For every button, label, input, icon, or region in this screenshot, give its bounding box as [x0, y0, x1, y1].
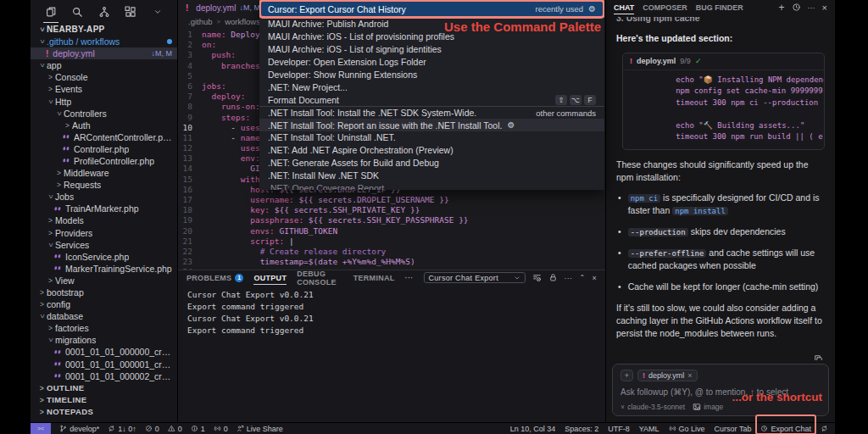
chat-tab-bug-finder[interactable]: BUG FINDER	[696, 0, 743, 14]
tree-item-http[interactable]: >Http	[31, 95, 177, 107]
palette-item[interactable]: .NET: Install New .NET SDK	[259, 170, 604, 182]
tree-item-providers[interactable]: >Providers	[31, 227, 177, 239]
palette-item[interactable]: .NET: Generate Assets for Build and Debu…	[259, 157, 604, 170]
gear-icon[interactable]: ⚙	[588, 4, 596, 14]
tree-item-view[interactable]: >View	[31, 275, 177, 287]
status-errors[interactable]: 0	[145, 423, 159, 434]
history-icon[interactable]	[792, 3, 801, 12]
tree-item-jobs[interactable]: >Jobs	[31, 191, 177, 203]
status-info[interactable]: 1	[191, 423, 205, 434]
status-cursor-position[interactable]: Ln 10, Col 34	[510, 423, 556, 434]
status-cursor-tab[interactable]: Cursor Tab	[715, 423, 752, 434]
attach-image-button[interactable]: image	[693, 403, 723, 411]
palette-item[interactable]: .NET Install Tool: Uninstall .NET.	[259, 131, 604, 144]
clear-output-icon[interactable]	[532, 273, 542, 282]
palette-item[interactable]: Developer: Show Running Extensions	[259, 69, 604, 81]
context-chip-deploy-yml[interactable]: ! deploy.yml ×	[637, 370, 698, 381]
tree-item-0001-01-01-000000-create-[interactable]: 0001_01_01_000000_create_...	[31, 346, 177, 358]
tree-item-models[interactable]: >Models	[31, 214, 177, 226]
panel-tab-problems[interactable]: PROBLEMS1	[186, 270, 243, 285]
lock-icon[interactable]	[548, 273, 558, 282]
copy-icon[interactable]	[814, 354, 823, 360]
gear-icon[interactable]: ⚙	[507, 120, 515, 130]
tree-item-arcontentcontroller-php[interactable]: ARContentController.php	[31, 131, 177, 143]
maximize-panel-icon[interactable]: ⌃	[579, 274, 585, 281]
new-chat-icon[interactable]: +	[779, 2, 785, 14]
status-language-mode[interactable]: YAML	[639, 423, 659, 434]
panel-tab-terminal[interactable]: TERMINAL	[353, 270, 395, 285]
tree-item-events[interactable]: >Events	[31, 83, 177, 95]
more-actions-icon[interactable]: ···	[565, 274, 573, 282]
tree-item-middleware[interactable]: >Middleware	[31, 167, 177, 179]
palette-item[interactable]: .NET: Add .NET Aspire Orchestration (Pre…	[259, 144, 604, 157]
chip-close-icon[interactable]: ×	[687, 371, 692, 380]
status-encoding[interactable]: UTF-8	[608, 423, 630, 434]
tree-item-trainarmarker-php[interactable]: TrainArMarker.php	[31, 203, 177, 214]
tree-item-0001-01-01-000002-create-j-[interactable]: 0001_01_01_000002_create_j...	[31, 370, 177, 382]
tree-item-controllers[interactable]: >Controllers	[31, 108, 177, 120]
sidebar-section-outline[interactable]: >OUTLINE	[31, 382, 177, 394]
tree-item-app[interactable]: >app	[31, 59, 177, 71]
chat-input-box[interactable]: + ! deploy.yml × Ask followup (⌘Y), @ to…	[612, 364, 829, 416]
status-git-sync[interactable]: 1↓ 0↑	[108, 423, 136, 434]
status-remote-indicator[interactable]: ><	[31, 423, 51, 434]
palette-item[interactable]: Cursor: Export Cursor Chat Historyrecent…	[259, 0, 604, 18]
status-broadcast[interactable]: 0	[214, 423, 228, 434]
palette-item[interactable]: .NET: New Project...	[259, 81, 604, 93]
palette-item[interactable]: Developer: Open Extension Logs Folder	[259, 56, 604, 69]
tree-item-0001-01-01-000001-create-c-[interactable]: 0001_01_01_000001_create_c...	[31, 359, 177, 370]
tree-item-console[interactable]: >Console	[31, 71, 177, 83]
extensions-icon[interactable]	[120, 3, 141, 21]
palette-item[interactable]: MAUI Archive: iOS - List of signing iden…	[259, 43, 604, 56]
status-live-share[interactable]: Live Share	[236, 423, 283, 434]
status-feedback[interactable]	[821, 423, 828, 434]
panel-tab-debug-console[interactable]: DEBUG CONSOLE	[297, 270, 342, 285]
tree-item-markertrainingservice-php[interactable]: MarkerTrainingService.php	[31, 263, 177, 275]
tree-item--github-workflows[interactable]: >.github / workflows	[31, 36, 177, 47]
tree-item-bootstrap[interactable]: >bootstrap	[31, 287, 177, 298]
files-icon[interactable]	[41, 3, 61, 21]
tree-item-deploy-yml[interactable]: !deploy.yml↓M, M	[31, 47, 177, 59]
more-icon[interactable]: ···	[808, 3, 815, 12]
panel-tab--[interactable]: ···	[405, 270, 414, 285]
tree-item-profilecontroller-php[interactable]: ProfileController.php	[31, 155, 177, 167]
status-indentation[interactable]: Spaces: 2	[565, 423, 598, 434]
chat-tab-composer[interactable]: COMPOSER	[643, 0, 687, 14]
status-warnings[interactable]: 0	[168, 423, 182, 434]
output-log[interactable]: Cursor Chat Export v0.0.21Export command…	[178, 285, 605, 422]
sidebar-section-timeline[interactable]: >TIMELINE	[31, 394, 177, 406]
tree-item-requests[interactable]: >Requests	[31, 179, 177, 191]
tree-item-iconservice-php[interactable]: IconService.php	[31, 251, 177, 263]
source-control-icon[interactable]	[94, 3, 114, 21]
model-selector[interactable]: ∨ claude-3.5-sonnet	[620, 403, 685, 411]
palette-item[interactable]: .NET: Open Coverage Report	[259, 182, 604, 190]
status-export-chat[interactable]: Export Chat	[760, 423, 811, 434]
tree-item-factories[interactable]: >factories	[31, 322, 177, 334]
breadcrumb-item[interactable]: .github	[188, 17, 213, 26]
chat-tab-chat[interactable]: CHAT	[614, 0, 634, 14]
status-go-live[interactable]: Go Live	[669, 423, 705, 434]
tree-item-auth[interactable]: >Auth	[31, 120, 177, 131]
output-channel-select[interactable]: Cursor Chat Export	[424, 272, 526, 283]
add-context-button[interactable]: +	[620, 370, 633, 381]
palette-item[interactable]: .NET Install Tool: Report an issue with …	[259, 119, 604, 131]
status-git-branch[interactable]: develop*	[59, 423, 99, 434]
tree-item-database[interactable]: >database	[31, 310, 177, 322]
project-root-row[interactable]: > NEARBY-APP	[31, 23, 177, 36]
chevron-icon: >	[47, 240, 55, 249]
status-bar: ><develop*1↓ 0↑0010Live Share Ln 10, Col…	[31, 422, 835, 434]
breadcrumb-item[interactable]: workflows	[225, 17, 260, 26]
tree-item-config[interactable]: >config	[31, 298, 177, 310]
sidebar-section-notepads[interactable]: >NOTEPADS	[31, 406, 177, 418]
tree-item-services[interactable]: >Services	[31, 239, 177, 251]
tree-item-migrations[interactable]: >migrations	[31, 334, 177, 346]
search-icon[interactable]	[67, 3, 87, 21]
palette-item[interactable]: .NET Install Tool: Install the .NET SDK …	[259, 106, 604, 119]
palette-item[interactable]: Format Document⇧⌥F	[259, 93, 604, 106]
panel-tab-output[interactable]: OUTPUT	[253, 270, 287, 285]
chevron-down-icon[interactable]	[147, 3, 168, 21]
close-panel-icon[interactable]: ×	[592, 274, 597, 282]
close-chat-icon[interactable]: ×	[822, 3, 827, 13]
chat-message-area[interactable]: 3. Using npm cacheHere's the updated sec…	[606, 14, 835, 360]
tree-item-controller-php[interactable]: Controller.php	[31, 143, 177, 155]
